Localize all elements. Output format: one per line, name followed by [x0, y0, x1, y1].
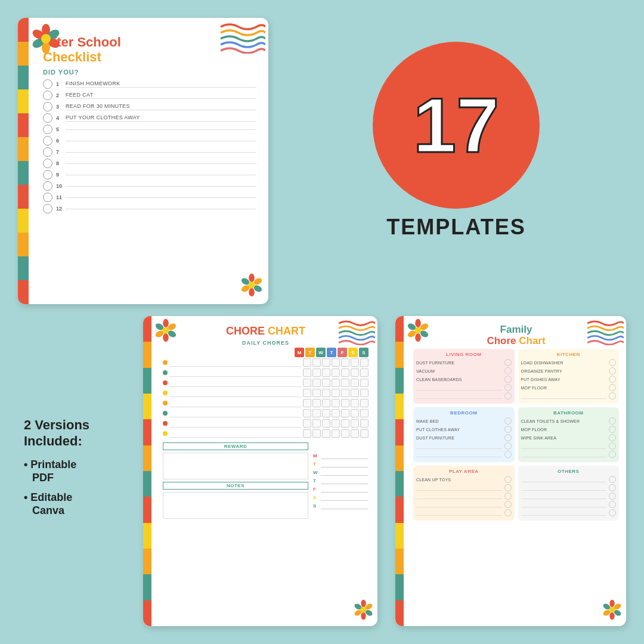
bullet-printable: Printable PDF	[24, 459, 125, 484]
checkbox-4[interactable]	[43, 113, 52, 123]
bath-item-4	[521, 442, 617, 450]
play-area-section: Play Area Clean Up Toys	[413, 466, 515, 521]
play-item-3	[416, 493, 512, 500]
item-text-5	[66, 129, 256, 130]
bathroom-title: Bathroom	[521, 410, 617, 416]
item-text-9	[66, 174, 256, 175]
chore-checkboxes-7	[303, 419, 369, 428]
k-item-4: Mop Floor	[521, 384, 617, 391]
family-chart-card: Family Chore Chart Living Room Dust Furn…	[395, 316, 626, 626]
living-room-section: Living Room Dust Furniture Vacuum Clean …	[413, 349, 515, 404]
svg-point-18	[163, 333, 169, 342]
did-you-label: Did You?	[43, 69, 256, 76]
svg-point-15	[163, 319, 169, 327]
templates-badge-area: 17 Templates	[286, 18, 626, 304]
chore-checkboxes-5	[303, 399, 369, 407]
chore-chart-card: CHORE CHART Daily Chores M T W T F S	[143, 316, 377, 626]
orange-circle: 17	[373, 42, 540, 209]
k-item-3: Put Dishes Away	[521, 376, 617, 383]
chore-line-3	[169, 379, 301, 387]
reward-day-t: T	[313, 460, 369, 467]
templates-label: Templates	[386, 215, 525, 240]
flower-br-icon	[240, 273, 264, 299]
chore-line-4	[169, 389, 301, 397]
kitchen-section: Kitchen Load Dishwasher Organize Pantry …	[518, 349, 620, 404]
svg-point-8	[249, 274, 255, 282]
reward-day-f: F	[313, 485, 369, 493]
other-item-5	[521, 509, 617, 516]
chore-line-7	[169, 419, 301, 428]
list-item: 3 Read for 30 Minutes	[43, 102, 256, 112]
chore-row-5	[163, 399, 369, 407]
chore-row-8	[163, 429, 369, 438]
k-item-2: Organize Pantry	[521, 367, 617, 374]
chore-chart-content: CHORE CHART Daily Chores M T W T F S	[163, 325, 369, 519]
checkbox-3[interactable]	[43, 102, 52, 112]
notes-input-area[interactable]	[163, 492, 308, 519]
reward-day-m: M	[313, 452, 369, 459]
family-stripe-left	[395, 316, 404, 626]
bath-item-3: Wipe Sink Area	[521, 434, 617, 441]
versions-title: 2 Versions Included:	[24, 417, 125, 449]
reward-day-sa: S	[313, 494, 369, 501]
family-flower-tl-icon	[406, 318, 430, 345]
chore-row-2	[163, 369, 369, 377]
kitchen-title: Kitchen	[521, 352, 617, 357]
chore-line-8	[169, 429, 301, 438]
play-item-2	[416, 484, 512, 491]
reward-input-area[interactable]	[163, 453, 308, 479]
checkbox-6[interactable]	[43, 136, 52, 145]
checkbox-12[interactable]	[43, 204, 52, 213]
chore-dot-5	[163, 401, 168, 405]
list-item: 5	[43, 125, 256, 134]
chore-row-4	[163, 389, 369, 397]
checkbox-7[interactable]	[43, 147, 52, 157]
list-item: 11	[43, 193, 256, 202]
bed-item-1: Make Bed	[416, 417, 512, 425]
k-item-5	[521, 392, 617, 400]
day-w: W	[316, 348, 326, 357]
item-text-8	[66, 163, 256, 164]
family-chart-content: Family Chore Chart Living Room Dust Furn…	[413, 324, 619, 521]
checklist-items: 1 Finish Homework 2 Feed Cat 3 Read for …	[43, 79, 256, 213]
notes-section-title: Notes	[163, 482, 308, 490]
bed-item-3: Dust Furniture	[416, 434, 512, 441]
svg-point-7	[41, 34, 51, 44]
item-text-12	[66, 208, 256, 209]
checkbox-1[interactable]	[43, 79, 52, 89]
checklist-content: After School Checklist Did You? 1 Finish…	[43, 35, 256, 213]
svg-point-21	[162, 327, 169, 333]
chore-dot-8	[163, 431, 168, 436]
checkbox-10[interactable]	[43, 181, 52, 191]
play-item-5	[416, 509, 512, 516]
chore-wave-icon	[336, 318, 375, 348]
chore-flower-br-icon	[353, 599, 374, 623]
bath-item-1: Clean Toilets & Shower	[521, 417, 617, 425]
chore-rows	[163, 358, 369, 438]
play-area-title: Play Area	[416, 469, 512, 474]
svg-point-11	[249, 288, 255, 296]
list-item: 2 Feed Cat	[43, 91, 256, 100]
item-text-1: Finish Homework	[66, 80, 256, 88]
chore-line-2	[169, 369, 301, 377]
family-wave-icon	[585, 318, 624, 348]
list-item: 9	[43, 170, 256, 179]
list-item: 12	[43, 204, 256, 213]
bath-item-5	[521, 451, 617, 458]
checkbox-9[interactable]	[43, 170, 52, 179]
item-text-4: Put Your Clothes Away	[66, 114, 256, 122]
checkbox-5[interactable]	[43, 125, 52, 134]
checklist-card: After School Checklist Did You? 1 Finish…	[18, 18, 268, 304]
chore-line-1	[169, 358, 301, 367]
main-container: After School Checklist Did You? 1 Finish…	[0, 0, 644, 644]
svg-point-28	[361, 607, 367, 613]
checkbox-11[interactable]	[43, 193, 52, 202]
bedroom-title: Bedroom	[416, 410, 512, 416]
checkbox-8[interactable]	[43, 159, 52, 168]
item-text-3: Read for 30 Minutes	[66, 103, 256, 110]
list-item: 8	[43, 159, 256, 168]
checkbox-2[interactable]	[43, 91, 52, 100]
list-item: 6	[43, 136, 256, 145]
chore-checkboxes-6	[303, 409, 369, 417]
play-item-4	[416, 501, 512, 508]
